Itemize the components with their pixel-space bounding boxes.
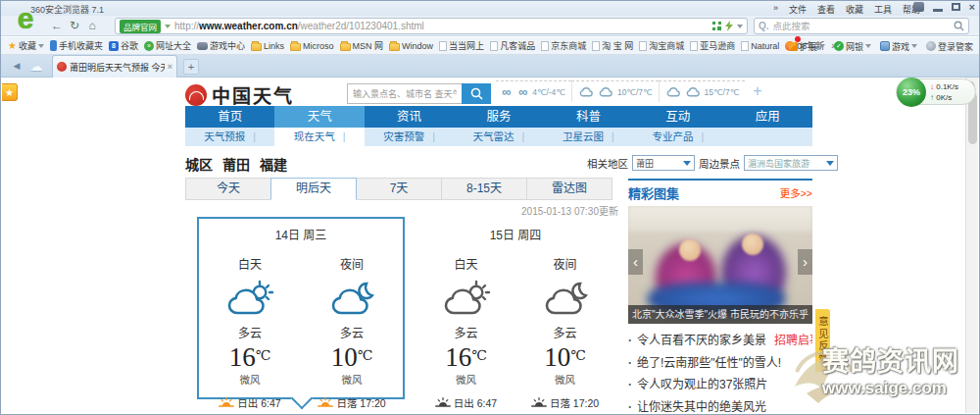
nav-weather[interactable]: 天气 (274, 106, 364, 128)
bookmark-item[interactable]: 淘宝商城 (636, 39, 687, 52)
address-bar[interactable]: 品牌官网 http://www.weather.com.cn/weather2d… (115, 18, 748, 34)
address-dropdown-icon[interactable] (737, 25, 743, 28)
active-tab[interactable]: 莆田明后天天气预报 今天_明.. × (52, 55, 177, 78)
nav-science[interactable]: 科普 (544, 106, 633, 128)
site-search-button[interactable] (462, 83, 491, 104)
mini-forecast[interactable]: 10℃/7℃ (571, 80, 659, 102)
forecast-card-day1[interactable]: 14日 周三 白天 多云 16℃ 微风 日出 6:47 夜间 (197, 217, 405, 399)
close-button[interactable]: × (969, 2, 975, 12)
feedback-tab[interactable]: 意见反馈 (815, 309, 830, 372)
skin-icon[interactable] (913, 2, 924, 12)
bookmark-item[interactable]: 凡客诚品 (487, 39, 538, 52)
bookmark-item[interactable]: Links (248, 41, 287, 51)
favorites-button[interactable]: ★收藏 (5, 39, 47, 52)
scrollbar[interactable] (965, 78, 978, 413)
add-city-icon[interactable]: + (753, 82, 761, 100)
bookmark-item[interactable]: 手机收藏夹 (47, 39, 106, 52)
search-icon[interactable] (954, 21, 964, 31)
nav-news[interactable]: 资讯 (365, 106, 454, 128)
toolbar-extensions: 扩展 ✓网银 游戏 登录管家 (789, 37, 973, 55)
nav-apps[interactable]: 应用 (723, 106, 812, 128)
bookmark-item[interactable]: 京东商城 (538, 39, 589, 52)
subnav-forecast[interactable]: 天气预报| (185, 128, 274, 146)
tab-tomorrow[interactable]: 明后天 (270, 178, 357, 200)
minimize-button[interactable] (933, 9, 943, 12)
subnav-satellite[interactable]: 卫星云图| (544, 128, 633, 146)
bookmark-item[interactable]: 当当网上 (436, 39, 487, 52)
games-button[interactable]: 游戏 (880, 40, 917, 53)
nav-service[interactable]: 服务 (454, 106, 543, 128)
bookmark-item[interactable]: 游戏中心 (194, 39, 248, 52)
tab-7day[interactable]: 7天 (356, 178, 442, 200)
watermark: 赛鸽资讯网 www.saige.com (785, 323, 979, 414)
caret-icon (819, 44, 825, 48)
new-tab-button[interactable]: + (183, 59, 199, 75)
nearby-select[interactable]: 湄洲岛国家旅游 (744, 155, 838, 171)
browser-search-input[interactable] (773, 21, 950, 31)
menu-favorites[interactable]: 收藏 (846, 3, 863, 16)
menu-file[interactable]: 文件 (789, 3, 807, 16)
bookmark-item[interactable]: 8谷歌 (106, 39, 141, 52)
watermark-line1: 赛鸽资讯网 (822, 340, 959, 379)
bank-button[interactable]: ✓网银 (834, 40, 871, 53)
search-icon (470, 87, 483, 100)
badge-caret-icon[interactable] (165, 25, 171, 28)
maximize-button[interactable] (952, 3, 960, 11)
menu-overflow-icon[interactable]: » (773, 3, 778, 16)
login-keeper-button[interactable]: 登录管家 (926, 40, 973, 53)
qr-code-icon[interactable] (712, 22, 721, 30)
breadcrumb-city[interactable]: 莆田 (222, 154, 250, 174)
back-icon[interactable]: ← (48, 19, 66, 32)
forecast-card-day2[interactable]: 15日 周四 白天 多云 16℃ 微风 日出 6:47 夜间 (416, 219, 614, 399)
subnav-radar[interactable]: 天气雷达| (454, 128, 543, 146)
refresh-icon[interactable]: ↻ (66, 19, 83, 32)
bookmark-item[interactable]: 亚马逊商 (687, 39, 738, 52)
tab-today[interactable]: 今天 (185, 178, 271, 200)
cloud-sync-icon[interactable]: ☁ (28, 59, 44, 74)
nav-interact[interactable]: 互动 (633, 106, 722, 128)
bookmark-item[interactable]: MSN 网 (337, 39, 387, 52)
card-date: 14日 周三 (275, 226, 327, 242)
wind: 微风 (342, 372, 363, 387)
mini-forecast[interactable]: 15℃/7℃ (659, 80, 746, 102)
news-link[interactable]: 绝了!云南那些"任性"的雪人! (628, 352, 812, 375)
gallery-photo[interactable]: ‹ › 北京"大众冰雪季"火爆 市民玩的不亦乐乎 (628, 206, 812, 324)
gallery-prev-icon[interactable]: ‹ (628, 249, 643, 275)
gallery-next-icon[interactable]: › (798, 249, 812, 275)
bookmark-item[interactable]: Natural (738, 41, 782, 51)
mini-forecast[interactable]: ∞ ∞ 4℃/-4℃ (496, 80, 571, 102)
memory-ball[interactable]: 23% (897, 78, 926, 107)
extensions-button[interactable]: 扩展 (789, 40, 825, 53)
home-icon[interactable]: ⌂ (83, 19, 101, 32)
bookmark-item[interactable]: Microso (287, 41, 337, 51)
bookmark-item[interactable]: Window (386, 41, 436, 51)
menu-view[interactable]: 查看 (817, 3, 835, 16)
subnav-warning[interactable]: 灾害预警| (365, 128, 454, 146)
tab-radar[interactable]: 雷达图 (526, 178, 612, 200)
bookmark-item[interactable]: »网址大全 (141, 39, 194, 52)
tab-8-15day[interactable]: 8-15天 (441, 178, 527, 200)
news-link[interactable]: 让你迷失其中的绝美风光 (628, 396, 812, 415)
browser-logo-icon[interactable]: e (8, 2, 43, 35)
bookmark-item[interactable]: 淘 宝 网 (589, 39, 636, 52)
breadcrumb: 城区 莆田 福建 (185, 154, 287, 174)
site-logo[interactable]: 中国天气 (185, 81, 294, 108)
subnav-now[interactable]: 现在天气| (274, 128, 364, 146)
news-link[interactable]: 令人百看不厌的家乡美景招聘启事 (628, 330, 812, 352)
tab-list-icon[interactable]: ◀ (9, 59, 24, 74)
watermark-line2: www.saige.com (822, 379, 959, 398)
gallery-more-link[interactable]: 更多>> (780, 185, 812, 200)
tab-close-icon[interactable]: × (168, 62, 172, 72)
news-tag[interactable]: 招聘启事 (774, 334, 812, 347)
news-link[interactable]: 令人叹为观止的37张照片 (628, 374, 812, 396)
url-text[interactable]: http://www.weather.com.cn/weather2d/1012… (174, 21, 709, 31)
related-select[interactable]: 莆田 (632, 155, 695, 171)
site-search-input[interactable] (347, 83, 462, 104)
lightning-icon[interactable] (725, 21, 733, 31)
nav-home[interactable]: 首页 (185, 106, 274, 128)
subnav-pro[interactable]: 专业产品| (633, 128, 722, 146)
breadcrumb-province[interactable]: 福建 (260, 154, 287, 174)
favorites-star-button[interactable]: ★ (2, 83, 18, 101)
brand-badge[interactable]: 品牌官网 (120, 20, 161, 33)
menu-tools[interactable]: 工具 (874, 3, 892, 16)
